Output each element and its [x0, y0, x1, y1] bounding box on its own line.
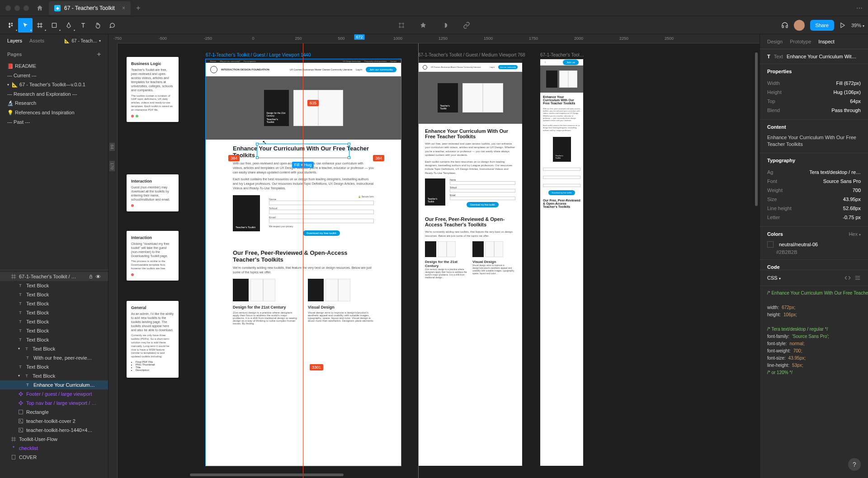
layer-item[interactable]: 67-1-Teacher's Toolkit / …: [0, 272, 108, 281]
layer-item[interactable]: ▾TText Block: [0, 371, 108, 380]
layer-item[interactable]: TText Block: [0, 335, 108, 344]
text-tool[interactable]: T: [76, 18, 90, 33]
shape-tool[interactable]: ▾: [47, 18, 61, 33]
guide-vertical: [418, 43, 419, 478]
help-button[interactable]: ?: [848, 458, 861, 471]
close-window[interactable]: [5, 5, 11, 11]
layer-item[interactable]: Rectangle: [0, 408, 108, 417]
guide-vertical: [303, 43, 303, 478]
scroll-thumb-h[interactable]: [190, 473, 344, 476]
note-title: Interaction: [131, 179, 174, 183]
frame-tool[interactable]: ▾: [33, 18, 47, 33]
note-interaction-2[interactable]: Interaction Clicking "download my free t…: [127, 231, 179, 281]
canvas[interactable]: -1000-750-500-25002505006721000125015001…: [108, 34, 760, 478]
zoom-level[interactable]: 39% ▾: [851, 23, 864, 28]
present-button[interactable]: [840, 22, 846, 28]
main-menu-button[interactable]: ▾: [4, 18, 18, 33]
page-item[interactable]: --- Current ---: [0, 71, 108, 80]
page-item[interactable]: 💡 References and Inspiration: [0, 108, 108, 117]
minimize-window[interactable]: [14, 5, 20, 11]
property-row[interactable]: Weight700: [767, 186, 861, 195]
code-view-icon[interactable]: [844, 275, 851, 281]
frame-label-large[interactable]: 67-1-Teacher's Toolkit / Guest / Large V…: [206, 52, 311, 57]
page-item[interactable]: ▾ 📐 67 - Teacher's Toolkit—v.0.0.1: [0, 80, 108, 89]
layer-item[interactable]: TWith our free, peer-revie…: [0, 353, 108, 362]
scroll-thumb[interactable]: [755, 52, 758, 206]
layer-item[interactable]: Footer / guest / large viewport: [0, 389, 108, 398]
property-row[interactable]: Line height52.68px: [767, 204, 861, 213]
page-item[interactable]: 📕 README: [0, 61, 108, 71]
element-type: Text: [774, 54, 783, 59]
layer-item[interactable]: TText Block: [0, 317, 108, 326]
frame-label-small[interactable]: 67-1-Teacher's Tool…: [540, 52, 584, 57]
layer-item[interactable]: TText Block: [0, 308, 108, 317]
card-title: Visual Design: [308, 305, 374, 309]
code-lang[interactable]: CSS ▾: [767, 275, 781, 281]
layer-item[interactable]: TText Block: [0, 299, 108, 308]
hand-tool[interactable]: [90, 18, 105, 33]
comment-tool[interactable]: [105, 18, 119, 33]
share-button[interactable]: Share: [810, 20, 834, 31]
layer-item[interactable]: ▾TText Block: [0, 344, 108, 353]
layer-item[interactable]: Toolkit-User-Flow: [0, 435, 108, 444]
page-item[interactable]: --- Research and Exploration ---: [0, 89, 108, 98]
headphones-icon[interactable]: [781, 22, 788, 29]
move-tool[interactable]: ▾: [18, 18, 33, 33]
component-icon[interactable]: [394, 18, 409, 33]
layers-tab[interactable]: Layers: [7, 38, 22, 43]
code-block[interactable]: /* Enhance Your Curriculum With Our Free…: [760, 286, 868, 380]
app-menu-icon[interactable]: ⋯: [856, 5, 863, 12]
color-row[interactable]: neutral/neutral-06: [767, 240, 861, 248]
user-avatar[interactable]: [794, 20, 805, 31]
assets-tab[interactable]: Assets: [29, 38, 44, 43]
property-row[interactable]: Top64px: [767, 97, 861, 106]
mask-icon[interactable]: [416, 18, 430, 33]
page-selector[interactable]: 📐 67 - Teach… ▾: [64, 38, 101, 43]
property-row[interactable]: Letter-0.75 px: [767, 213, 861, 222]
note-body: Teacher's Toolkit are free, peer-reviewe…: [131, 68, 174, 93]
pen-tool[interactable]: ▾: [61, 18, 76, 33]
close-tab-icon[interactable]: ×: [122, 5, 125, 11]
layer-item[interactable]: TEnhance Your Curriculum…: [0, 380, 108, 389]
layer-item[interactable]: teacher-toolkit-cover 2: [0, 417, 108, 426]
property-row[interactable]: BlendPass through: [767, 106, 861, 115]
property-row[interactable]: AgTera text/desktop / re…: [767, 168, 861, 177]
page-item[interactable]: --- Past ---: [0, 117, 108, 127]
file-tab[interactable]: ◆ 67 - Teacher's Toolkit ×: [49, 1, 131, 15]
frame-large[interactable]: BrowseWhy join our community?For compani…: [206, 59, 401, 466]
link-icon[interactable]: [459, 18, 474, 33]
property-row[interactable]: FontSource Sans Pro: [767, 177, 861, 186]
color-hex: #2B2B2B: [767, 248, 861, 255]
layer-item[interactable]: Top nav bar / large viewport / …: [0, 398, 108, 408]
new-tab-button[interactable]: +: [136, 4, 140, 12]
svg-text:T: T: [19, 301, 22, 306]
property-row[interactable]: WidthFill (672px): [767, 79, 861, 88]
design-tab[interactable]: Design: [767, 39, 783, 44]
layer-item[interactable]: TText Block: [0, 290, 108, 299]
maximize-window[interactable]: [24, 5, 29, 11]
property-row[interactable]: HeightHug (106px): [767, 88, 861, 97]
layer-item[interactable]: TText Block: [0, 326, 108, 335]
color-format[interactable]: Hex ▾: [849, 231, 861, 237]
frame-small[interactable]: ≡Join us Enhance Your Curriculum With Ou…: [540, 59, 583, 466]
layer-item[interactable]: TText Block: [0, 281, 108, 290]
add-page-button[interactable]: +: [97, 51, 101, 58]
note-general[interactable]: General As an admin, I'd like the abilit…: [127, 301, 179, 378]
layer-item[interactable]: TText Block: [0, 362, 108, 371]
note-body: Clicking "download my free toolkit" will…: [131, 242, 174, 258]
svg-text:T: T: [25, 374, 28, 378]
layer-item[interactable]: checklist: [0, 444, 108, 453]
inspect-tab[interactable]: Inspect: [818, 39, 834, 44]
layer-item[interactable]: COVER: [0, 453, 108, 462]
boolean-icon[interactable]: [438, 18, 452, 33]
list-view-icon[interactable]: [854, 275, 861, 281]
note-interaction-1[interactable]: Interaction Guest (non-member) may downl…: [127, 174, 179, 211]
note-business-logic[interactable]: Business Logic Teacher's Toolkit are fre…: [127, 57, 179, 122]
prototype-tab[interactable]: Prototype: [790, 39, 811, 44]
property-row[interactable]: Size43.95px: [767, 195, 861, 204]
home-icon[interactable]: [36, 5, 43, 12]
layer-item[interactable]: teacher-toolkit-hero-1440×4…: [0, 426, 108, 435]
frame-medium[interactable]: UX Courses Bootcamps Master Classes Comm…: [418, 59, 522, 466]
page-item[interactable]: 🔬 Research: [0, 98, 108, 108]
frame-label-medium[interactable]: 67-1-Teacher's Toolkit / Guest / Medium …: [418, 52, 525, 57]
